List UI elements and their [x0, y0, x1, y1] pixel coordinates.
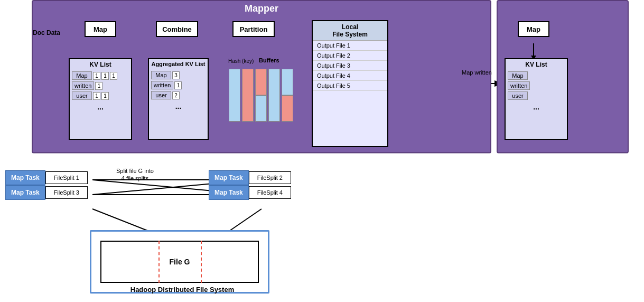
buffer-5-bot [282, 95, 293, 122]
file-split-1: FileSplit 1 [45, 171, 88, 184]
map-box-left: Map [85, 21, 116, 37]
buffer-2 [242, 69, 254, 122]
kv-row-map: Map 1 1 1 [72, 71, 129, 80]
map-task-left-2: Map Task FileSplit 3 [5, 185, 88, 203]
agg-row-user: user 2 [151, 91, 206, 99]
file-g-divider-1 [158, 241, 160, 283]
kv-dots-right: ... [506, 102, 567, 112]
combine-box: Combine [156, 21, 198, 37]
local-fs-box: LocalFile System Output File 1 Output Fi… [312, 20, 388, 147]
kv-key-map-right: Map [508, 71, 528, 80]
kv-val-user-2: 1 [101, 92, 109, 100]
buffer-5-top [282, 69, 293, 95]
map-task-label-3: Map Task [209, 170, 249, 185]
output-file-1: Output File 1 [313, 41, 387, 51]
buffer-3-top [255, 69, 267, 95]
file-split-4: FileSplit 4 [249, 186, 291, 199]
kv-list-right-title: KV List [506, 59, 567, 70]
file-g-divider-2 [201, 241, 202, 283]
kv-key-user-right: user [508, 91, 528, 100]
output-file-3: Output File 3 [313, 61, 387, 71]
hdfs-inner: File G [100, 241, 259, 283]
kv-key-map: Map [72, 71, 92, 80]
map-task-right-2: Map Task FileSplit 4 [209, 185, 291, 203]
kv-val-written-1: 1 [95, 82, 102, 90]
kv-dots-left: ... [70, 102, 131, 112]
agg-val-map: 3 [172, 71, 180, 79]
output-file-2: Output File 2 [313, 51, 387, 61]
kv-row-user: user 1 1 [72, 91, 129, 100]
buffers-label: Buffers [259, 57, 279, 63]
kv-row-user-right: user [508, 91, 565, 100]
kv-val-map-2: 1 [101, 72, 109, 80]
agg-key-written: written [151, 81, 173, 89]
agg-key-user: user [151, 91, 171, 99]
map-box-right: Map [518, 21, 549, 37]
buffer-5 [282, 69, 293, 122]
kv-key-written-right: written [508, 81, 530, 90]
agg-key-map: Map [151, 71, 171, 79]
agg-kv-title: Aggregated KV List [149, 59, 208, 69]
agg-kv-box: Aggregated KV List Map 3 written 1 user … [148, 58, 209, 140]
buffer-1 [229, 69, 240, 122]
split-label: Split file G into4 file splits [116, 167, 154, 182]
arrow-map-right-down [533, 43, 534, 59]
partition-box: Partition [232, 21, 275, 37]
map-task-label-4: Map Task [209, 185, 249, 200]
buffer-4 [268, 69, 280, 122]
buffer-3-bot [255, 95, 267, 122]
output-file-4: Output File 4 [313, 71, 387, 81]
file-split-2: FileSplit 2 [249, 171, 291, 184]
kv-row-written-right: written [508, 81, 565, 90]
map-task-label-2: Map Task [5, 185, 45, 200]
file-g-label: File G [170, 258, 190, 266]
agg-val-user: 2 [172, 91, 180, 99]
agg-val-written: 1 [174, 81, 182, 89]
hdfs-label: Hadoop Distributed File System [92, 286, 272, 294]
kv-list-left: KV List Map 1 1 1 written 1 user 1 1 ... [69, 58, 132, 140]
kv-row-written: written 1 [72, 81, 129, 90]
agg-row-written: written 1 [151, 81, 206, 89]
kv-list-right: KV List Map written user ... [505, 58, 568, 140]
map-written-label: Map written [460, 69, 494, 76]
map-task-label-1: Map Task [5, 170, 45, 185]
file-split-3: FileSplit 3 [45, 186, 88, 199]
buffer-3 [255, 69, 267, 122]
kv-list-title: KV List [70, 59, 131, 70]
kv-key-written: written [72, 81, 94, 90]
kv-row-map-right: Map [508, 71, 565, 80]
hash-key-label: Hash (key) [228, 58, 254, 64]
kv-val-user-1: 1 [93, 92, 100, 100]
kv-val-map-1: 1 [93, 72, 100, 80]
agg-dots: ... [149, 101, 208, 112]
local-fs-title: LocalFile System [313, 21, 387, 41]
doc-data-label: Doc Data [33, 29, 60, 36]
agg-row-map: Map 3 [151, 71, 206, 79]
mapper-title: Mapper [33, 1, 490, 15]
kv-val-map-3: 1 [110, 72, 117, 80]
kv-key-user: user [72, 91, 92, 100]
buffer-rects [229, 69, 293, 122]
output-file-5: Output File 5 [313, 81, 387, 91]
